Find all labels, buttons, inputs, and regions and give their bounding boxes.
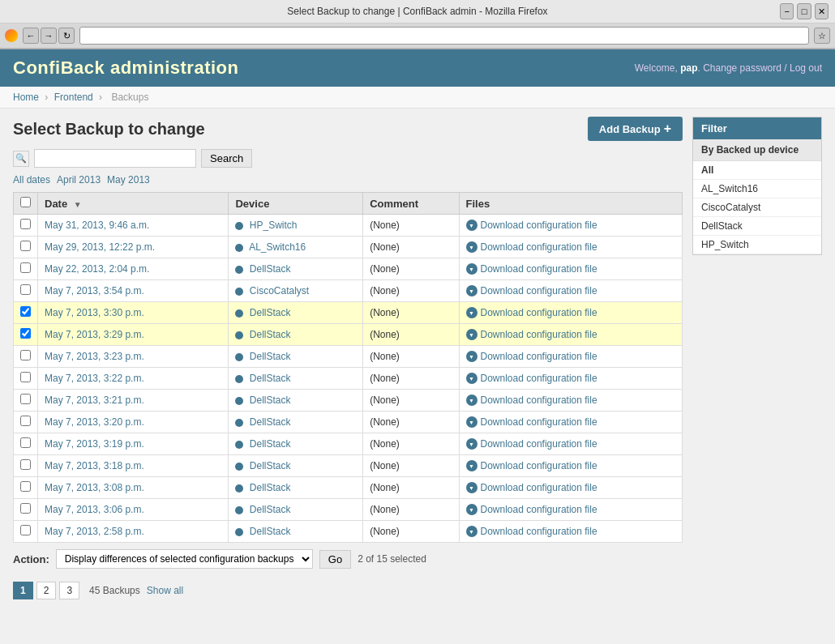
device-icon <box>235 463 243 471</box>
date-link[interactable]: May 7, 2013, 3:30 p.m. <box>45 307 144 318</box>
add-backup-button[interactable]: Add Backup + <box>588 117 683 141</box>
row-checkbox[interactable] <box>20 459 31 470</box>
table-row: May 7, 2013, 3:20 p.m. DellStack (None) … <box>14 412 683 433</box>
filter-all-dates[interactable]: All dates <box>13 174 50 186</box>
filter-all[interactable]: All <box>693 161 821 180</box>
device-link[interactable]: DellStack <box>250 373 291 384</box>
date-link[interactable]: May 31, 2013, 9:46 a.m. <box>45 220 149 231</box>
date-link[interactable]: May 7, 2013, 3:18 p.m. <box>45 460 144 471</box>
breadcrumb-home[interactable]: Home <box>13 92 39 103</box>
download-link[interactable]: Download configuration file <box>466 307 676 318</box>
filter-hp-switch[interactable]: HP_Switch <box>693 236 821 254</box>
page-1-button[interactable]: 1 <box>13 582 33 599</box>
breadcrumb-frontend[interactable]: Frontend <box>54 92 93 103</box>
row-checkbox[interactable] <box>20 241 31 251</box>
download-link[interactable]: Download configuration file <box>466 482 676 493</box>
download-link[interactable]: Download configuration file <box>466 263 676 275</box>
date-column-header[interactable]: Date ▼ <box>38 193 229 215</box>
device-link[interactable]: DellStack <box>250 351 291 362</box>
filter-may[interactable]: May 2013 <box>107 174 150 186</box>
go-button[interactable]: Go <box>319 550 351 569</box>
row-checkbox[interactable] <box>20 394 31 404</box>
download-link[interactable]: Download configuration file <box>466 329 676 340</box>
row-checkbox-cell <box>14 237 38 258</box>
device-link[interactable]: DellStack <box>250 504 291 515</box>
download-link[interactable]: Download configuration file <box>466 438 676 450</box>
filter-cisco-catalyst[interactable]: CiscoCatalyst <box>693 198 821 217</box>
logout-link[interactable]: Log out <box>790 62 822 74</box>
row-checkbox[interactable] <box>20 328 31 339</box>
date-link[interactable]: May 7, 2013, 3:29 p.m. <box>45 329 144 340</box>
row-files: Download configuration file <box>459 280 683 302</box>
filter-dell-stack[interactable]: DellStack <box>693 217 821 236</box>
date-link[interactable]: May 7, 2013, 3:19 p.m. <box>45 438 144 450</box>
date-link[interactable]: May 7, 2013, 3:21 p.m. <box>45 395 144 406</box>
page-3-button[interactable]: 3 <box>59 582 79 599</box>
download-link[interactable]: Download configuration file <box>466 526 676 537</box>
filter-al-switch16[interactable]: AL_Switch16 <box>693 180 821 198</box>
bookmark-btn[interactable]: ☆ <box>814 28 830 44</box>
row-checkbox[interactable] <box>20 525 31 535</box>
device-link[interactable]: DellStack <box>250 460 291 471</box>
row-checkbox[interactable] <box>20 481 31 492</box>
change-password-link[interactable]: Change password <box>703 62 781 74</box>
row-checkbox[interactable] <box>20 219 31 229</box>
date-link[interactable]: May 29, 2013, 12:22 p.m. <box>45 241 155 253</box>
download-link[interactable]: Download configuration file <box>466 416 676 428</box>
row-checkbox[interactable] <box>20 372 31 382</box>
device-link[interactable]: DellStack <box>250 482 291 493</box>
device-link[interactable]: DellStack <box>250 438 291 450</box>
table-row: May 7, 2013, 3:06 p.m. DellStack (None) … <box>14 499 683 521</box>
close-btn[interactable]: ✕ <box>815 3 829 19</box>
date-link[interactable]: May 7, 2013, 3:20 p.m. <box>45 416 144 428</box>
filter-april[interactable]: April 2013 <box>57 174 101 186</box>
admin-header: ConfiBack administration Welcome, pap. C… <box>0 49 835 87</box>
address-bar[interactable]: localhost:8000/admin/frontend/backup/ <box>79 27 809 45</box>
download-link[interactable]: Download configuration file <box>466 220 676 231</box>
row-date: May 7, 2013, 3:23 p.m. <box>38 346 229 368</box>
row-checkbox[interactable] <box>20 284 31 295</box>
search-input[interactable] <box>34 149 196 168</box>
date-link[interactable]: May 7, 2013, 3:23 p.m. <box>45 351 144 362</box>
row-checkbox[interactable] <box>20 503 31 514</box>
row-checkbox[interactable] <box>20 437 31 448</box>
row-checkbox[interactable] <box>20 306 31 317</box>
maximize-btn[interactable]: □ <box>797 3 811 19</box>
date-link[interactable]: May 7, 2013, 2:58 p.m. <box>45 526 144 537</box>
date-link[interactable]: May 7, 2013, 3:54 p.m. <box>45 285 144 296</box>
forward-btn[interactable]: → <box>41 28 57 44</box>
device-link[interactable]: CiscoCatalyst <box>250 285 309 296</box>
download-link[interactable]: Download configuration file <box>466 285 676 296</box>
download-link[interactable]: Download configuration file <box>466 504 676 515</box>
device-link[interactable]: DellStack <box>250 329 291 340</box>
date-link[interactable]: May 7, 2013, 3:08 p.m. <box>45 482 144 493</box>
download-link[interactable]: Download configuration file <box>466 395 676 406</box>
page-2-button[interactable]: 2 <box>36 582 57 599</box>
table-row: May 7, 2013, 3:29 p.m. DellStack (None) … <box>14 324 683 346</box>
row-device: DellStack <box>229 302 363 324</box>
back-btn[interactable]: ← <box>23 28 39 44</box>
device-link[interactable]: AL_Switch16 <box>249 241 306 253</box>
show-all-link[interactable]: Show all <box>147 585 183 596</box>
download-link[interactable]: Download configuration file <box>466 241 676 253</box>
select-all-checkbox[interactable] <box>20 197 31 207</box>
download-link[interactable]: Download configuration file <box>466 373 676 384</box>
date-link[interactable]: May 7, 2013, 3:22 p.m. <box>45 373 144 384</box>
device-link[interactable]: DellStack <box>250 263 291 275</box>
device-link[interactable]: DellStack <box>250 416 291 428</box>
download-link[interactable]: Download configuration file <box>466 351 676 362</box>
date-link[interactable]: May 22, 2013, 2:04 p.m. <box>45 263 149 275</box>
reload-btn[interactable]: ↻ <box>58 28 75 44</box>
device-link[interactable]: DellStack <box>250 307 291 318</box>
download-link[interactable]: Download configuration file <box>466 460 676 471</box>
device-link[interactable]: DellStack <box>250 526 291 537</box>
row-checkbox[interactable] <box>20 416 31 426</box>
search-button[interactable]: Search <box>201 149 252 168</box>
row-checkbox[interactable] <box>20 350 31 360</box>
date-link[interactable]: May 7, 2013, 3:06 p.m. <box>45 504 144 515</box>
action-select[interactable]: Display differences of selected configur… <box>56 549 313 569</box>
minimize-btn[interactable]: − <box>780 3 794 19</box>
row-checkbox[interactable] <box>20 262 31 273</box>
device-link[interactable]: HP_Switch <box>250 220 298 231</box>
device-link[interactable]: DellStack <box>250 395 291 406</box>
